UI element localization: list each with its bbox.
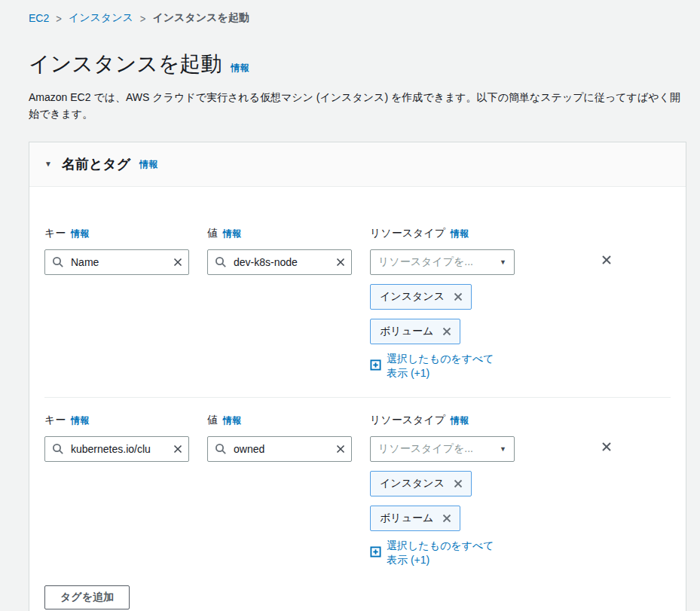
token-dismiss-icon[interactable] xyxy=(441,512,453,524)
resource-type-label-text: リソースタイプ xyxy=(370,226,445,240)
chevron-down-icon: ▼ xyxy=(500,445,506,453)
section-info-link[interactable]: 情報 xyxy=(139,158,157,171)
breadcrumb: EC2 > インスタンス > インスタンスを起動 xyxy=(29,11,686,25)
show-all-selected-label: 選択したものをすべて表示 (+1) xyxy=(387,352,501,380)
page-title-text: インスタンスを起動 xyxy=(29,52,222,75)
resource-type-select[interactable]: リソースタイプを... ▼ xyxy=(370,249,515,275)
chevron-down-icon: ▼ xyxy=(500,258,506,266)
clear-value-icon[interactable] xyxy=(335,257,346,267)
breadcrumb-separator-icon: > xyxy=(140,11,146,24)
resource-type-info-link[interactable]: 情報 xyxy=(451,414,469,427)
resource-type-field: リソースタイプ 情報 リソースタイプを... ▼ インスタンス xyxy=(370,413,515,567)
page-title: インスタンスを起動情報 xyxy=(29,50,686,81)
resource-type-placeholder: リソースタイプを... xyxy=(378,255,473,269)
value-label-text: 値 xyxy=(207,413,218,426)
section-body: キー 情報 値 xyxy=(29,187,686,611)
value-info-link[interactable]: 情報 xyxy=(223,227,241,240)
breadcrumb-separator-icon: > xyxy=(56,11,62,24)
plus-square-icon xyxy=(370,359,381,374)
page-description: Amazon EC2 では、AWS クラウドで実行される仮想マシン (インスタン… xyxy=(29,89,686,122)
plus-square-icon xyxy=(370,546,381,561)
clear-key-icon[interactable] xyxy=(173,257,183,267)
token-dismiss-icon[interactable] xyxy=(452,291,464,303)
clear-value-icon[interactable] xyxy=(335,444,346,454)
breadcrumb-ec2[interactable]: EC2 xyxy=(29,12,49,24)
key-info-link[interactable]: 情報 xyxy=(71,227,89,240)
value-info-link[interactable]: 情報 xyxy=(223,414,241,427)
key-label: キー 情報 xyxy=(44,413,189,427)
key-info-link[interactable]: 情報 xyxy=(71,414,89,427)
token-instance: インスタンス xyxy=(370,471,472,496)
remove-tag-row-icon[interactable] xyxy=(542,440,671,456)
resource-type-select[interactable]: リソースタイプを... ▼ xyxy=(370,436,515,462)
remove-tag-row-icon[interactable] xyxy=(542,253,671,269)
resource-type-label: リソースタイプ 情報 xyxy=(370,226,515,240)
add-tag-button[interactable]: タグを追加 xyxy=(44,585,130,609)
show-all-selected-link[interactable]: 選択したものをすべて表示 (+1) xyxy=(370,539,515,567)
tag-row: キー 情報 値 xyxy=(44,413,671,567)
token-volume: ボリューム xyxy=(370,319,460,344)
section-title: 名前とタグ xyxy=(62,155,130,173)
key-field: キー 情報 xyxy=(44,413,189,462)
resource-type-placeholder: リソースタイプを... xyxy=(378,442,473,456)
value-input[interactable] xyxy=(207,436,352,462)
clear-key-icon[interactable] xyxy=(173,444,183,454)
resource-type-info-link[interactable]: 情報 xyxy=(451,227,469,240)
value-label: 値 情報 xyxy=(207,226,352,240)
key-input[interactable] xyxy=(44,436,189,462)
key-label: キー 情報 xyxy=(44,226,189,240)
key-input[interactable] xyxy=(44,249,189,275)
key-field: キー 情報 xyxy=(44,226,189,275)
value-input[interactable] xyxy=(207,249,352,275)
row-divider xyxy=(44,397,671,398)
value-field: 値 情報 xyxy=(207,413,352,462)
token-label: インスタンス xyxy=(380,290,445,304)
show-all-selected-link[interactable]: 選択したものをすべて表示 (+1) xyxy=(370,352,515,380)
value-label-text: 値 xyxy=(207,226,218,240)
token-dismiss-icon[interactable] xyxy=(441,325,453,338)
value-label: 値 情報 xyxy=(207,413,352,427)
resource-type-label: リソースタイプ 情報 xyxy=(370,413,515,427)
name-and-tags-card: ▼ 名前とタグ 情報 キー 情報 xyxy=(29,142,686,611)
breadcrumb-current: インスタンスを起動 xyxy=(152,11,249,25)
resource-type-field: リソースタイプ 情報 リソースタイプを... ▼ インスタンス xyxy=(370,226,515,380)
page-info-link[interactable]: 情報 xyxy=(231,63,249,73)
token-label: ボリューム xyxy=(380,325,433,338)
expand-caret-icon: ▼ xyxy=(44,160,52,168)
tag-row: キー 情報 値 xyxy=(44,226,671,380)
key-label-text: キー xyxy=(44,413,66,426)
token-label: インスタンス xyxy=(380,477,445,490)
token-instance: インスタンス xyxy=(370,284,472,310)
value-field: 値 情報 xyxy=(207,226,352,275)
resource-type-label-text: リソースタイプ xyxy=(370,413,445,426)
token-dismiss-icon[interactable] xyxy=(452,478,464,490)
section-header-toggle[interactable]: ▼ 名前とタグ 情報 xyxy=(29,142,686,187)
token-label: ボリューム xyxy=(380,512,433,525)
token-volume: ボリューム xyxy=(370,506,460,531)
show-all-selected-label: 選択したものをすべて表示 (+1) xyxy=(387,539,501,567)
key-label-text: キー xyxy=(44,226,66,240)
breadcrumb-instances[interactable]: インスタンス xyxy=(69,11,133,25)
page: EC2 > インスタンス > インスタンスを起動 インスタンスを起動情報 Ama… xyxy=(0,0,700,611)
